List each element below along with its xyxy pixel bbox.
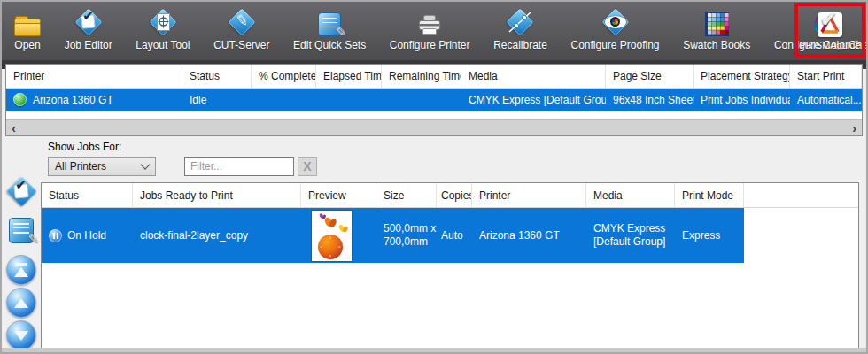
toolbar-button-swatch-books[interactable]: Swatch Books <box>683 7 750 51</box>
jobs-col-header-printer[interactable]: Printer <box>472 183 586 207</box>
printer-col-header-elapsed-time[interactable]: Elapsed Time <box>316 65 382 88</box>
printer-elapsed-time <box>316 88 382 111</box>
jobs-col-header-name[interactable]: Jobs Ready to Print <box>133 183 301 207</box>
printer-status: Idle <box>182 88 252 111</box>
jobs-table-header: Status Jobs Ready to Print Preview Size … <box>42 183 858 208</box>
open-job-editor-button[interactable]: ✔ <box>5 175 37 207</box>
jobs-col-header-preview[interactable]: Preview <box>301 183 376 207</box>
scrollbar-left-arrow-icon[interactable]: ‹ <box>6 120 21 135</box>
app-window: { "toolbar": { "items": [ {"label": "Ope… <box>0 0 868 354</box>
toolbar-button-edit-quick-sets[interactable]: ✎ Edit Quick Sets <box>293 7 366 51</box>
clear-filter-button[interactable]: X <box>298 157 317 176</box>
printer-percent-complete <box>252 88 316 111</box>
printer-filter-dropdown[interactable]: All Printers <box>48 157 156 176</box>
printer-table: Printer Status % Complete Elapsed Time R… <box>5 64 863 136</box>
printer-placement-strategy: Print Jobs Individually <box>694 88 790 111</box>
printer-col-header-status[interactable]: Status <box>182 65 252 88</box>
move-job-down-button[interactable] <box>6 320 36 350</box>
printer-col-header-percent-complete[interactable]: % Complete <box>252 65 316 88</box>
printer-col-header-page-size[interactable]: Page Size <box>606 65 694 88</box>
job-name: clock-final-2layer_copy <box>133 208 301 263</box>
configure-printer-icon <box>416 14 443 36</box>
jobs-col-header-size[interactable]: Size <box>376 183 437 207</box>
jobs-table: Status Jobs Ready to Print Preview Size … <box>41 182 859 349</box>
printer-remaining-time <box>382 88 461 111</box>
open-folder-icon <box>14 16 41 36</box>
recalibrate-icon <box>505 7 535 36</box>
layout-tool-icon <box>148 7 178 36</box>
show-jobs-for-label: Show Jobs For: <box>48 141 121 153</box>
toolbar-label-edit-quick-sets: Edit Quick Sets <box>293 39 366 51</box>
printer-col-header-printer[interactable]: Printer <box>6 65 182 88</box>
job-copies: Auto <box>437 208 472 263</box>
jobs-col-header-copies[interactable]: Copies <box>437 183 472 207</box>
jobs-col-header-print-mode[interactable]: Print Mode <box>675 183 744 207</box>
printer-col-header-placement-strategy[interactable]: Placement Strategy <box>694 65 790 88</box>
swatch-books-icon <box>705 12 729 36</box>
job-row-selected[interactable]: On Hold clock-final-2layer_copy <box>42 208 744 263</box>
printer-filter-value: All Printers <box>55 160 106 173</box>
toolbar-label-job-editor: Job Editor <box>65 39 112 51</box>
toolbar-label-recalibrate: Recalibrate <box>493 39 547 51</box>
printer-page-size: 96x48 Inch Sheet <box>606 88 694 111</box>
job-size: 500,0mm x 700,0mm <box>376 208 437 263</box>
job-media: CMYK Express [Default Group] <box>586 208 675 263</box>
printer-table-header: Printer Status % Complete Elapsed Time R… <box>6 65 862 88</box>
edit-notepad-icon: ✎ <box>9 218 34 243</box>
toolbar-label-configure-printer: Configure Printer <box>390 39 470 51</box>
job-editor-icon: ✔ <box>74 7 104 36</box>
toolbar-button-open[interactable]: Open <box>14 7 41 51</box>
toolbar-label-prismaguide: PRISMAguide <box>799 40 860 50</box>
printer-status-green-icon <box>13 93 27 106</box>
job-preview-thumbnail <box>312 211 352 261</box>
job-printer: Arizona 1360 GT <box>472 208 586 263</box>
filter-input[interactable] <box>184 157 294 176</box>
on-hold-pause-icon <box>49 229 62 242</box>
scrollbar-right-arrow-icon[interactable]: › <box>847 120 862 135</box>
toolbar-label-cut-server: CUT-Server <box>213 39 269 51</box>
printer-start-print: Automatical... <box>790 88 862 111</box>
arrow-down-icon <box>14 331 28 341</box>
toolbar-button-recalibrate[interactable]: Recalibrate <box>493 7 547 51</box>
toolbar-button-layout-tool[interactable]: Layout Tool <box>136 7 190 51</box>
main-toolbar: Open ✔ Job Editor Layout Tool ✎ CUT-Serv… <box>2 2 868 69</box>
toolbar-label-configure-proofing: Configure Proofing <box>570 39 659 51</box>
printer-table-horizontal-scrollbar[interactable]: ‹ › <box>6 119 862 135</box>
move-job-to-top-button[interactable] <box>6 255 36 285</box>
edit-quick-sets-icon: ✎ <box>318 12 341 36</box>
toolbar-button-configure-proofing[interactable]: Configure Proofing <box>570 7 659 51</box>
move-to-top-icon <box>15 263 27 266</box>
printer-col-header-remaining-time[interactable]: Remaining Time <box>382 65 461 88</box>
job-print-mode: Express <box>675 208 744 263</box>
arrow-up-icon <box>14 298 28 308</box>
toolbar-label-layout-tool: Layout Tool <box>136 39 190 51</box>
toolbar-button-configure-printer[interactable]: Configure Printer <box>390 7 470 51</box>
cut-server-icon: ✎ <box>227 7 257 36</box>
printer-col-header-start-print[interactable]: Start Print <box>790 65 862 88</box>
move-job-up-button[interactable] <box>6 288 36 318</box>
configure-proofing-icon <box>601 7 631 36</box>
chevron-down-icon <box>140 159 150 169</box>
jobs-col-header-media[interactable]: Media <box>586 183 675 207</box>
edit-job-button[interactable]: ✎ <box>9 218 34 243</box>
printer-row-selected[interactable]: Arizona 1360 GT Idle CMYK Express [Defau… <box>6 88 862 111</box>
toolbar-button-cut-server[interactable]: ✎ CUT-Server <box>213 7 269 51</box>
printer-media: CMYK Express [Default Group] <box>461 88 606 111</box>
printer-name: Arizona 1360 GT <box>33 94 113 106</box>
printer-col-header-media[interactable]: Media <box>461 65 606 88</box>
toolbar-button-job-editor[interactable]: ✔ Job Editor <box>65 7 112 51</box>
job-status: On Hold <box>67 229 106 242</box>
toolbar-label-swatch-books: Swatch Books <box>683 39 750 51</box>
toolbar-label-open: Open <box>14 39 40 51</box>
bottom-scroll-strip[interactable] <box>2 348 866 352</box>
jobs-col-header-status[interactable]: Status <box>42 183 133 207</box>
job-editor-icon: ✔ <box>5 175 37 207</box>
